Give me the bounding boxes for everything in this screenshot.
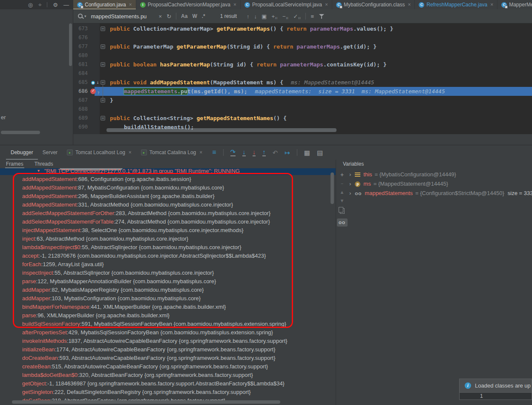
- fold-marker-icon[interactable]: −: [101, 26, 105, 31]
- debug-tab[interactable]: ▸Tomcat Catalina Log×: [136, 145, 207, 160]
- step-over-icon[interactable]: ↷: [230, 149, 236, 156]
- debug-tab[interactable]: Debugger: [6, 145, 38, 160]
- watches-view-icon[interactable]: OO: [337, 218, 348, 227]
- layout-settings-icon[interactable]: ▤: [317, 149, 323, 156]
- tab-close-icon[interactable]: ×: [408, 2, 411, 8]
- lock-icon: [339, 6, 342, 9]
- class-icon: C: [501, 2, 507, 8]
- settings-gear-icon[interactable]: ⚙: [53, 2, 58, 8]
- duplicate-icon[interactable]: [340, 208, 345, 214]
- stack-frame-row[interactable]: getObject:-1, 1184636987 {org.springfram…: [0, 379, 336, 388]
- fold-marker-icon[interactable]: −: [101, 44, 105, 49]
- editor-tab[interactable]: CConfiguration.java×: [73, 0, 136, 9]
- console-icon: ▸: [67, 149, 73, 155]
- breakpoint-icon[interactable]: [90, 89, 96, 94]
- fold-marker-icon[interactable]: −: [101, 80, 105, 85]
- tab-close-icon[interactable]: ×: [490, 2, 493, 8]
- code-line[interactable]: 688: [73, 105, 532, 114]
- code-line[interactable]: 673−public Collection<ParameterMap> getP…: [73, 24, 532, 33]
- app-window: ◎ ÷ ⚙ — CConfiguration.java×IProposalCac…: [0, 0, 532, 405]
- stack-frame-row[interactable]: afterPropertiesSet:429, MybatisSqlSessio…: [0, 328, 336, 337]
- add-watch-icon[interactable]: +: [340, 172, 344, 178]
- search-options-caret-icon[interactable]: ▾: [84, 14, 86, 18]
- fold-marker-icon[interactable]: −: [101, 62, 105, 67]
- left-panel-horizontal-scrollbar[interactable]: [1, 131, 40, 134]
- expand-chevron-icon[interactable]: ›: [349, 181, 351, 187]
- variable-row[interactable]: ›pms= {MappedStatement@14445}: [349, 179, 532, 189]
- expand-chevron-icon[interactable]: ›: [349, 190, 351, 196]
- truncated-tree-item[interactable]: er: [1, 114, 6, 121]
- move-down-icon[interactable]: ▼: [340, 198, 345, 203]
- stack-frame-row[interactable]: createBean:515, AbstractAutowireCapableB…: [0, 362, 336, 371]
- code-line[interactable]: 685↓−public void addMappedStatement(Mapp…: [73, 78, 532, 87]
- regex-toggle[interactable]: .*: [202, 13, 205, 19]
- code-line[interactable]: 686?mappedStatements.put(ms.getId(), ms)…: [73, 87, 532, 96]
- code-line[interactable]: 677−public ParameterMap getParameterMap(…: [73, 42, 532, 51]
- code-line[interactable]: 687−}: [73, 96, 532, 105]
- editor-tab[interactable]: CMybatisConfiguration.class×: [332, 0, 415, 9]
- evaluate-expression-icon[interactable]: ▦: [304, 149, 310, 156]
- debug-menu-icon[interactable]: ≡: [212, 149, 216, 156]
- match-case-toggle[interactable]: Aa: [181, 13, 187, 19]
- force-step-into-icon[interactable]: ↓: [253, 149, 256, 156]
- expand-triangle-icon[interactable]: ▾: [37, 168, 40, 173]
- clear-search-icon[interactable]: ×: [159, 13, 162, 20]
- step-into-icon[interactable]: ↓: [242, 149, 246, 156]
- stack-frame-row[interactable]: invokeInitMethods:1837, AbstractAutowire…: [0, 337, 336, 345]
- fold-marker-icon[interactable]: −: [101, 98, 105, 103]
- code-line[interactable]: 684: [73, 69, 532, 78]
- frames-vertical-scrollbar[interactable]: [331, 172, 334, 204]
- class-icon: C: [244, 2, 250, 8]
- fold-marker-icon[interactable]: −: [101, 116, 105, 121]
- previous-occurrence-icon[interactable]: ↑: [247, 13, 250, 20]
- whole-words-toggle[interactable]: W: [192, 13, 197, 19]
- expand-chevron-icon[interactable]: ›: [349, 171, 351, 178]
- select-all-occurrences-icon[interactable]: ✓: [293, 13, 301, 20]
- split-icon[interactable]: ÷: [38, 2, 41, 8]
- variable-row[interactable]: ›OOmappedStatements= {Configuration$Stri…: [349, 189, 532, 198]
- code-text: public boolean hasParameterMap(String id…: [110, 61, 387, 68]
- stack-frame-row[interactable]: initializeBean:1774, AbstractAutowireCap…: [0, 345, 336, 354]
- editor-tab[interactable]: IProposalCachedVersionMapper.java×: [136, 0, 241, 9]
- filter-results-icon[interactable]: [319, 13, 325, 19]
- move-up-icon[interactable]: ▲: [340, 190, 345, 195]
- remove-watch-icon[interactable]: −: [341, 181, 343, 186]
- debug-tab[interactable]: ▸Tomcat Localhost Log×: [62, 145, 136, 160]
- step-out-icon[interactable]: ↑: [262, 149, 266, 156]
- code-line[interactable]: 681−public boolean hasParameterMap(Strin…: [73, 60, 532, 69]
- hide-panel-icon[interactable]: —: [63, 2, 69, 8]
- frames-horizontal-scrollbar[interactable]: [12, 400, 280, 404]
- tab-frames[interactable]: Frames: [6, 161, 23, 167]
- open-results-icon[interactable]: ▣: [262, 13, 267, 20]
- run-to-cursor-icon[interactable]: ↦: [285, 149, 290, 156]
- code-line[interactable]: 676: [73, 33, 532, 42]
- code-line[interactable]: 680: [73, 51, 532, 60]
- tab-close-icon[interactable]: ×: [325, 2, 328, 8]
- editor-tab[interactable]: CRefreshMapperCache.java×: [415, 0, 497, 9]
- remove-occurrence-icon[interactable]: −: [282, 13, 289, 20]
- stack-frame-row[interactable]: doCreateBean:593, AbstractAutowireCapabl…: [0, 354, 336, 362]
- search-history-icon[interactable]: ↻: [167, 13, 171, 20]
- target-icon[interactable]: ◎: [28, 2, 33, 8]
- left-panel-vertical-scrollbar[interactable]: [69, 23, 72, 66]
- search-input[interactable]: mappedStatements.pu: [91, 13, 154, 20]
- tab-close-icon[interactable]: ×: [129, 149, 132, 155]
- next-occurrence-icon[interactable]: ↓: [254, 13, 257, 20]
- editor-tab[interactable]: CProposalLocalServiceImpl.java×: [241, 0, 332, 9]
- stack-frame-row[interactable]: lambda$doGetBean$0:320, AbstractBeanFact…: [0, 371, 336, 379]
- search-icon[interactable]: [78, 13, 83, 19]
- tab-threads[interactable]: Threads: [35, 161, 53, 167]
- code-line[interactable]: 689−public Collection<String> getMappedS…: [73, 114, 532, 123]
- drop-frame-icon[interactable]: ↶: [273, 149, 278, 156]
- filter-lines-icon[interactable]: ≡: [311, 13, 314, 20]
- tab-close-icon[interactable]: ×: [199, 149, 202, 155]
- tool-window-header: ◎ ÷ ⚙ —: [0, 0, 73, 9]
- add-occurrence-icon[interactable]: +: [271, 13, 278, 20]
- tab-label: Configuration.java: [85, 2, 126, 8]
- debug-tab[interactable]: Server: [38, 145, 62, 160]
- tab-close-icon[interactable]: ×: [129, 2, 132, 8]
- tab-close-icon[interactable]: ×: [233, 2, 236, 8]
- editor-tab[interactable]: CMapperMethod.java×: [497, 0, 532, 9]
- stack-frame-row[interactable]: getSingleton:222, DefaultSingletonBeanRe…: [0, 388, 336, 396]
- variable-row[interactable]: ›this= {MybatisConfiguration@14449}: [349, 170, 532, 179]
